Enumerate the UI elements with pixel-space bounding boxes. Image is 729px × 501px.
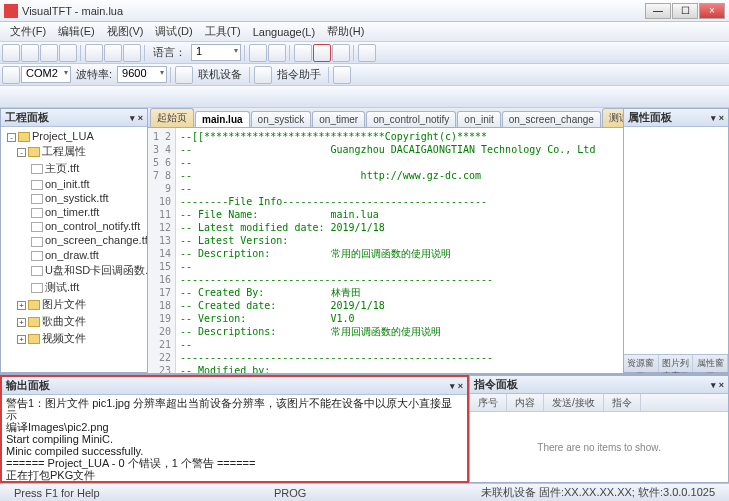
command-panel: 指令面板▾ × 序号 内容 发送/接收 指令 There are no item…: [469, 375, 729, 483]
connect-button[interactable]: 联机设备: [194, 67, 246, 82]
tb-redo-icon[interactable]: [268, 44, 286, 62]
bottom-panels: 输出面板▾ × 警告1：图片文件 pic1.jpg 分辨率超出当前设备分辨率，该…: [0, 373, 729, 483]
tree-root[interactable]: Project_LUA: [32, 130, 94, 142]
menu-debug[interactable]: 调试(D): [149, 22, 198, 41]
right-bottom-tabs: 资源窗口 图片列表窗口 属性窗口: [624, 354, 728, 372]
tb-save-icon[interactable]: [40, 44, 58, 62]
tab-other[interactable]: on_timer: [312, 111, 365, 127]
project-panel-header: 工程面板▾ ×: [1, 109, 147, 127]
tb-copy-icon[interactable]: [104, 44, 122, 62]
menu-file[interactable]: 文件(F): [4, 22, 52, 41]
minimize-button[interactable]: —: [645, 3, 671, 19]
pin-icon[interactable]: ▾ ×: [450, 381, 463, 391]
tree-group-1[interactable]: 工程属性: [42, 145, 86, 157]
title-bar: VisualTFT - main.lua — ☐ ×: [0, 0, 729, 22]
tab-other[interactable]: on_systick: [251, 111, 312, 127]
tb-stop-icon[interactable]: [332, 44, 350, 62]
tree-item[interactable]: U盘和SD卡回调函数.tft: [45, 264, 147, 276]
command-tabs: 序号 内容 发送/接收 指令: [470, 394, 728, 412]
output-panel-header: 输出面板▾ ×: [2, 377, 467, 395]
tab-other[interactable]: on_screen_change: [502, 111, 601, 127]
status-right: 未联机设备 固件:XX.XX.XX.XX; 软件:3.0.0.1025: [473, 485, 723, 500]
status-bar: Press F1 for Help PROG 未联机设备 固件:XX.XX.XX…: [0, 483, 729, 501]
tree-item[interactable]: on_init.tft: [45, 178, 90, 190]
toolbar-1: 语言： 1: [0, 42, 729, 64]
tree-item[interactable]: on_draw.tft: [45, 249, 99, 261]
tree-item[interactable]: on_timer.tft: [45, 206, 99, 218]
property-panel-header: 属性面板▾ ×: [624, 109, 728, 127]
main-area: 工程面板▾ × -Project_LUA -工程属性 主页.tft on_ini…: [0, 108, 729, 373]
tb-undo-icon[interactable]: [249, 44, 267, 62]
cmdtab[interactable]: 序号: [470, 394, 507, 411]
tree-item[interactable]: on_control_notify.tft: [45, 220, 140, 232]
tb-cut-icon[interactable]: [85, 44, 103, 62]
menu-view[interactable]: 视图(V): [101, 22, 150, 41]
output-body[interactable]: 警告1：图片文件 pic1.jpg 分辨率超出当前设备分辨率，该图片不能在设备中…: [2, 395, 467, 481]
status-help: Press F1 for Help: [6, 487, 108, 499]
tb-build-icon[interactable]: [294, 44, 312, 62]
project-panel: 工程面板▾ × -Project_LUA -工程属性 主页.tft on_ini…: [0, 108, 148, 373]
menu-bar: 文件(F) 编辑(E) 视图(V) 调试(D) 工具(T) Language(L…: [0, 22, 729, 42]
rtab-res[interactable]: 资源窗口: [624, 355, 659, 372]
tb-cmd-icon[interactable]: [254, 66, 272, 84]
tree-item[interactable]: on_screen_change.tft: [45, 234, 147, 246]
tb-lang-combo[interactable]: 1: [191, 44, 241, 61]
tb-connect-icon[interactable]: [2, 66, 20, 84]
command-panel-header: 指令面板▾ ×: [470, 376, 728, 394]
tb-misc-icon[interactable]: [333, 66, 351, 84]
pin-icon[interactable]: ▾ ×: [130, 113, 143, 123]
property-panel: 属性面板▾ × 资源窗口 图片列表窗口 属性窗口: [623, 108, 729, 373]
menu-edit[interactable]: 编辑(E): [52, 22, 101, 41]
maximize-button[interactable]: ☐: [672, 3, 698, 19]
menu-language[interactable]: Language(L): [247, 24, 321, 40]
tb-link-icon[interactable]: [175, 66, 193, 84]
code-content[interactable]: --[[******************************Copyri…: [176, 128, 623, 373]
tab-start[interactable]: 起始页: [150, 108, 194, 127]
menu-tools[interactable]: 工具(T): [199, 22, 247, 41]
tree-item[interactable]: 主页.tft: [45, 162, 79, 174]
tb-paste-icon[interactable]: [123, 44, 141, 62]
editor-area: 起始页 main.lua on_systick on_timer on_cont…: [148, 108, 623, 373]
rtab-prop[interactable]: 属性窗口: [693, 355, 728, 372]
tree-group-3[interactable]: 歌曲文件: [42, 315, 86, 327]
close-button[interactable]: ×: [699, 3, 725, 19]
tree-group-4[interactable]: 视频文件: [42, 332, 86, 344]
tb-saveall-icon[interactable]: [59, 44, 77, 62]
line-gutter: 1 2 3 4 5 6 7 8 9 10 11 12 13 14 15 16 1…: [148, 128, 176, 373]
tab-other[interactable]: on_control_notify: [366, 111, 456, 127]
pin-icon[interactable]: ▾ ×: [711, 113, 724, 123]
cmdtab[interactable]: 内容: [507, 394, 544, 411]
tb-extra-icon[interactable]: [358, 44, 376, 62]
cmdtab[interactable]: 指令: [604, 394, 641, 411]
tb-lang-label: 语言：: [149, 45, 190, 60]
status-prog: PROG: [266, 487, 314, 499]
port-combo[interactable]: COM2: [21, 66, 71, 83]
rtab-img[interactable]: 图片列表窗口: [659, 355, 694, 372]
command-body: There are no items to show.: [470, 412, 728, 482]
pin-icon[interactable]: ▾ ×: [711, 380, 724, 390]
tree-group-2[interactable]: 图片文件: [42, 298, 86, 310]
property-body: [624, 127, 728, 354]
tab-other[interactable]: 测试: [602, 108, 623, 127]
tb-open-icon[interactable]: [21, 44, 39, 62]
toolbar-2: COM2 波特率: 9600 联机设备 指令助手: [0, 64, 729, 86]
window-title: VisualTFT - main.lua: [22, 5, 645, 17]
toolbar-3: [0, 86, 729, 108]
baud-label: 波特率:: [72, 67, 116, 82]
project-tree[interactable]: -Project_LUA -工程属性 主页.tft on_init.tft on…: [1, 127, 147, 372]
app-icon: [4, 4, 18, 18]
baud-combo[interactable]: 9600: [117, 66, 167, 83]
tab-main-lua[interactable]: main.lua: [195, 111, 250, 127]
tab-other[interactable]: on_init: [457, 111, 500, 127]
cmdtab[interactable]: 发送/接收: [544, 394, 604, 411]
tb-new-icon[interactable]: [2, 44, 20, 62]
code-editor[interactable]: 1 2 3 4 5 6 7 8 9 10 11 12 13 14 15 16 1…: [148, 128, 623, 373]
tree-item[interactable]: on_systick.tft: [45, 192, 109, 204]
menu-help[interactable]: 帮助(H): [321, 22, 370, 41]
tb-run-icon[interactable]: [313, 44, 331, 62]
cmdhelper-button[interactable]: 指令助手: [273, 67, 325, 82]
tree-item[interactable]: 测试.tft: [45, 281, 79, 293]
output-panel: 输出面板▾ × 警告1：图片文件 pic1.jpg 分辨率超出当前设备分辨率，该…: [0, 375, 469, 483]
editor-tabs: 起始页 main.lua on_systick on_timer on_cont…: [148, 108, 623, 128]
